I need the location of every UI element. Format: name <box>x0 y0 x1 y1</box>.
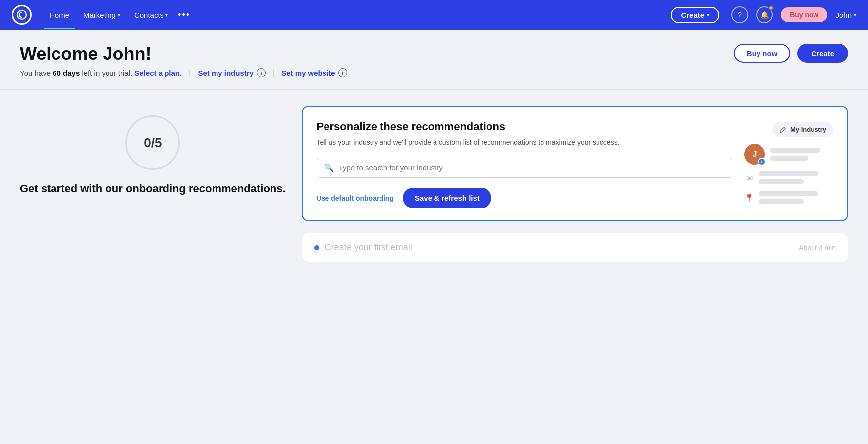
personalize-card: Personalize these recommendations Tell u… <box>302 106 848 221</box>
preview-user-row: J + <box>744 144 833 165</box>
page-title: Welcome John! <box>20 44 347 64</box>
logo[interactable] <box>12 5 32 25</box>
left-panel: 0/5 Get started with our onboarding reco… <box>20 106 286 262</box>
onboarding-label: Get started with our onboarding recommen… <box>20 182 286 196</box>
set-industry-link[interactable]: Set my industry i <box>198 68 266 77</box>
chevron-down-icon: ▾ <box>854 12 856 18</box>
task-time: About 4 min <box>799 244 836 252</box>
location-icon: 📍 <box>744 193 754 203</box>
avatar: J + <box>744 144 765 165</box>
skeleton-line <box>759 191 818 196</box>
set-website-link[interactable]: Set my website i <box>281 68 347 77</box>
preview-location-row: 📍 <box>744 191 833 204</box>
notifications-wrapper: 🔔 <box>756 6 773 23</box>
skeleton-lines <box>759 191 833 204</box>
personalize-preview: My industry J + ✉ <box>744 120 833 208</box>
avatar-plus-icon: + <box>758 158 766 166</box>
industry-info-icon: i <box>257 68 266 77</box>
select-plan-link[interactable]: Select a plan. <box>134 69 182 77</box>
nav-create-button[interactable]: Create ▾ <box>671 7 719 23</box>
nav-buy-now-button[interactable]: Buy now <box>781 7 827 22</box>
trial-info: You have 60 days left in your trial. Sel… <box>20 68 347 77</box>
website-info-icon: i <box>338 68 347 77</box>
skeleton-line <box>759 179 804 184</box>
skeleton-line <box>770 156 808 161</box>
skeleton-line <box>770 148 820 153</box>
chevron-down-icon: ▾ <box>707 12 709 18</box>
task-label: Create your first email <box>325 242 412 253</box>
progress-circle: 0/5 <box>125 115 180 170</box>
right-panel: Personalize these recommendations Tell u… <box>302 106 848 262</box>
industry-search-box: 🔍 <box>317 158 732 178</box>
user-menu[interactable]: John ▾ <box>835 11 856 19</box>
use-default-link[interactable]: Use default onboarding <box>317 194 394 202</box>
my-industry-tag[interactable]: My industry <box>772 122 833 137</box>
header-area: Welcome John! You have 60 days left in y… <box>0 30 868 90</box>
personalize-desc: Tell us your industry and we'll provide … <box>317 137 732 148</box>
pencil-icon <box>779 126 786 133</box>
header-right: Buy now Create <box>734 44 848 63</box>
personalize-title: Personalize these recommendations <box>317 120 732 133</box>
task-dot <box>314 245 319 250</box>
chevron-down-icon: ▾ <box>165 12 168 18</box>
nav-links: Home Marketing ▾ Contacts ▾ ••• <box>44 6 659 24</box>
skeleton-lines <box>770 148 833 161</box>
nav-right: ? 🔔 Buy now John ▾ <box>731 6 856 23</box>
card-actions: Use default onboarding Save & refresh li… <box>317 188 732 208</box>
skeleton-line <box>759 171 818 176</box>
search-icon: 🔍 <box>324 163 334 172</box>
nav-home[interactable]: Home <box>44 7 75 23</box>
save-refresh-button[interactable]: Save & refresh list <box>403 188 491 208</box>
skeleton-lines <box>759 171 833 184</box>
header-create-button[interactable]: Create <box>797 44 848 63</box>
help-button[interactable]: ? <box>731 6 748 23</box>
chevron-down-icon: ▾ <box>118 12 120 18</box>
nav-contacts[interactable]: Contacts ▾ <box>128 7 174 23</box>
personalize-left: Personalize these recommendations Tell u… <box>317 120 732 208</box>
svg-point-0 <box>17 10 26 19</box>
skeleton-line <box>759 199 804 204</box>
notification-dot <box>768 5 774 11</box>
header-buy-now-button[interactable]: Buy now <box>734 44 791 63</box>
envelope-icon: ✉ <box>744 173 754 183</box>
task-row[interactable]: Create your first email About 4 min <box>302 233 848 262</box>
main-content: 0/5 Get started with our onboarding reco… <box>0 90 868 278</box>
nav-marketing[interactable]: Marketing ▾ <box>77 7 126 23</box>
header-left: Welcome John! You have 60 days left in y… <box>20 44 347 77</box>
preview-email-row: ✉ <box>744 171 833 184</box>
main-nav: Home Marketing ▾ Contacts ▾ ••• Create ▾… <box>0 0 868 30</box>
more-options[interactable]: ••• <box>176 6 192 24</box>
industry-search-input[interactable] <box>339 164 725 172</box>
task-row-left: Create your first email <box>314 242 412 253</box>
